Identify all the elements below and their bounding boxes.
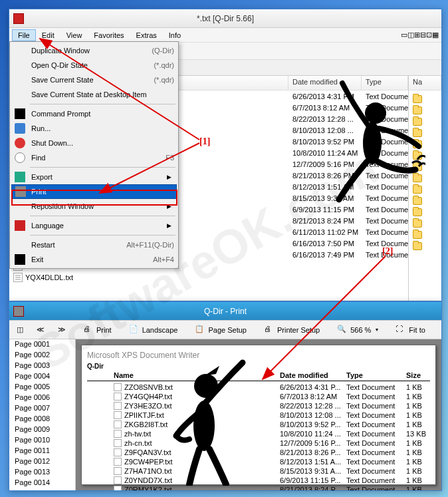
language-icon bbox=[15, 220, 25, 231]
printer-setup-button[interactable]: 🖨Printer Setup bbox=[259, 323, 324, 337]
page-item[interactable]: Page 0013 bbox=[9, 467, 75, 478]
folder-icon bbox=[413, 129, 422, 137]
page-item[interactable]: Page 0006 bbox=[9, 393, 75, 403]
menu-shutdown[interactable]: Shut Down... bbox=[11, 136, 177, 150]
folder-item[interactable] bbox=[410, 195, 440, 206]
folder-item[interactable] bbox=[410, 218, 440, 229]
col-name-right[interactable]: Na bbox=[409, 76, 441, 90]
folder-item[interactable] bbox=[410, 104, 440, 116]
page-item[interactable]: Page 0005 bbox=[9, 382, 75, 393]
layout-icon-1[interactable]: ▭ bbox=[401, 31, 407, 39]
page-item[interactable]: Page 0009 bbox=[9, 424, 75, 435]
print-toolbar: ◫ ≪ ≫ 🖨Print 📄Landscape 📋Page Setup 🖨Pri… bbox=[9, 321, 441, 339]
landscape-button[interactable]: 📄Landscape bbox=[124, 323, 183, 337]
menu-restart[interactable]: RestartAlt+F11(Q-Dir) bbox=[11, 238, 177, 252]
menu-edit[interactable]: Edit bbox=[36, 29, 60, 41]
page-item[interactable]: Page 0002 bbox=[9, 350, 75, 361]
menu-find[interactable]: FindF3 bbox=[11, 150, 177, 165]
page-item[interactable]: Page 0014 bbox=[9, 478, 75, 488]
menu-separator bbox=[30, 104, 175, 104]
folder-icon bbox=[413, 208, 422, 216]
folder-icon bbox=[413, 231, 422, 239]
preview-row: ZY4GQH4P.txt6/7/2013 8:12 AMText Documen… bbox=[87, 392, 430, 401]
folder-icon bbox=[413, 118, 422, 126]
run-icon bbox=[15, 123, 25, 134]
page-item[interactable]: Page 0001 bbox=[9, 339, 75, 350]
col-date[interactable]: Date modified bbox=[288, 76, 362, 90]
fit-button[interactable]: ⛶Fit to bbox=[391, 323, 429, 337]
menu-view[interactable]: View bbox=[60, 29, 88, 41]
menu-info[interactable]: Info bbox=[163, 29, 187, 41]
nav-next-button[interactable]: ≫ bbox=[53, 323, 70, 337]
folder-item[interactable] bbox=[410, 206, 440, 218]
folder-item[interactable] bbox=[410, 138, 440, 150]
menu-extras[interactable]: Extras bbox=[130, 29, 163, 41]
main-titlebar[interactable]: *.txt [Q-Dir 5.66] bbox=[9, 9, 441, 28]
page-item[interactable]: Page 0003 bbox=[9, 361, 75, 371]
page-item[interactable]: Page 0011 bbox=[9, 446, 75, 456]
text-file-icon bbox=[114, 458, 122, 466]
menu-open-state[interactable]: Open Q-Dir State(*.qdr) bbox=[11, 58, 177, 73]
folder-item[interactable] bbox=[410, 161, 440, 172]
folder-icon bbox=[413, 106, 422, 114]
menu-export[interactable]: Export▶ bbox=[11, 170, 177, 184]
text-file-icon bbox=[114, 430, 122, 438]
menu-save-state[interactable]: Save Current State(*.qdr) bbox=[11, 73, 177, 87]
printer-icon: 🖨 bbox=[83, 325, 94, 335]
layout-icon-3[interactable]: ⊞ bbox=[414, 31, 420, 39]
main-title: *.txt [Q-Dir 5.66] bbox=[197, 14, 254, 23]
text-file-icon bbox=[114, 411, 122, 419]
menu-print[interactable]: Print bbox=[11, 184, 177, 199]
file-row[interactable]: YQX4DLDL.txt bbox=[13, 271, 408, 283]
nav-first-button[interactable]: ≪ bbox=[32, 323, 49, 337]
page-item[interactable]: Page 0010 bbox=[9, 435, 75, 446]
folder-item[interactable] bbox=[410, 184, 440, 195]
preview-area[interactable]: Microsoft XPS Document Writer Q-Dir Name… bbox=[76, 339, 441, 490]
toggle-panel-button[interactable]: ◫ bbox=[12, 323, 28, 337]
print-title: Q-Dir - Print bbox=[204, 307, 247, 316]
fit-icon: ⛶ bbox=[395, 325, 406, 335]
folder-item[interactable] bbox=[410, 116, 440, 127]
folder-item[interactable] bbox=[410, 127, 440, 138]
layout-icon-2[interactable]: ◫ bbox=[407, 31, 414, 39]
menu-run[interactable]: Run... bbox=[11, 121, 177, 136]
folder-item[interactable] bbox=[410, 240, 440, 251]
page-item[interactable]: Page 0008 bbox=[9, 414, 75, 424]
folder-icon bbox=[413, 140, 422, 148]
preview-row: zh-tw.txt10/8/2010 11:24 ...Text Documen… bbox=[87, 429, 430, 438]
folder-icon bbox=[413, 95, 422, 103]
text-file-icon bbox=[114, 448, 122, 456]
menu-save-desktop[interactable]: Save Current State at Desktop Item bbox=[11, 87, 177, 102]
folder-item[interactable] bbox=[410, 172, 440, 184]
layout-icon-5[interactable]: ⊡ bbox=[426, 31, 432, 39]
print-button[interactable]: 🖨Print bbox=[78, 323, 116, 337]
print-icon bbox=[15, 186, 26, 197]
menu-command-prompt[interactable]: Command Prompt bbox=[11, 106, 177, 121]
page-item[interactable]: Page 0012 bbox=[9, 456, 75, 467]
page-item[interactable]: Page 0004 bbox=[9, 371, 75, 382]
layout-icon-4[interactable]: ⊟ bbox=[420, 31, 426, 39]
preview-row: zh-cn.txt12/7/2009 5:16 P...Text Documen… bbox=[87, 438, 430, 448]
print-titlebar[interactable]: Q-Dir - Print bbox=[9, 302, 441, 321]
folder-item[interactable] bbox=[410, 229, 440, 240]
col-type[interactable]: Type bbox=[362, 76, 408, 90]
page-setup-button[interactable]: 📋Page Setup bbox=[190, 323, 251, 337]
menu-file[interactable]: File bbox=[12, 29, 36, 41]
folder-item[interactable] bbox=[410, 93, 440, 104]
folder-item[interactable] bbox=[410, 150, 440, 161]
menu-language[interactable]: Language▶ bbox=[11, 218, 177, 233]
page-item[interactable]: Page 0015 bbox=[9, 488, 75, 490]
menu-exit[interactable]: ExitAlt+F4 bbox=[11, 252, 177, 267]
page-item[interactable]: Page 0007 bbox=[9, 403, 75, 414]
preview-columns: Name Date modified Type Size bbox=[87, 371, 430, 381]
preview-row: ZZO8SNVB.txt6/26/2013 4:31 P...Text Docu… bbox=[87, 383, 430, 392]
menu-favorites[interactable]: Favorites bbox=[88, 29, 130, 41]
zoom-button[interactable]: 🔍566 %▾ bbox=[332, 323, 383, 337]
menu-duplicate-window[interactable]: Duplicate Window(Q-Dir) bbox=[11, 43, 177, 58]
menu-reposition[interactable]: Reposition Window▶ bbox=[11, 199, 177, 214]
page-list[interactable]: Page 0001Page 0002Page 0003Page 0004Page… bbox=[9, 339, 76, 490]
preview-row: ZY3HE3ZO.txt8/22/2013 12:28 ...Text Docu… bbox=[87, 401, 430, 411]
right-panel: Na bbox=[408, 76, 441, 301]
find-icon bbox=[15, 152, 25, 163]
layout-icon-6[interactable]: ▦ bbox=[432, 31, 439, 39]
